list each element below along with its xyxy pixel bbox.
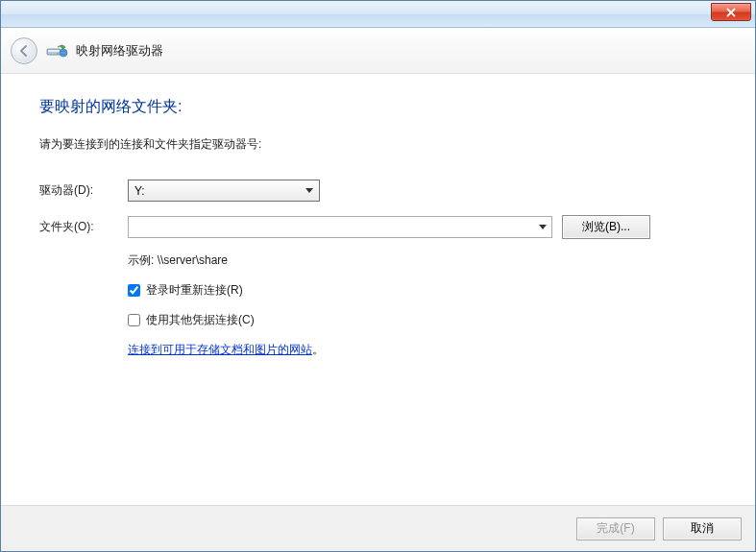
folder-row: 文件夹(O): 浏览(B)... <box>39 215 717 239</box>
footer: 完成(F) 取消 <box>1 505 755 551</box>
titlebar <box>1 1 755 28</box>
chevron-down-icon <box>305 188 313 193</box>
drive-row: 驱动器(D): Y: <box>39 180 717 202</box>
folder-combobox[interactable] <box>128 216 552 238</box>
close-icon <box>726 8 736 17</box>
finish-button[interactable]: 完成(F) <box>576 517 655 540</box>
main-heading: 要映射的网络文件夹: <box>39 97 717 117</box>
reconnect-checkbox[interactable] <box>128 284 140 297</box>
header-title: 映射网络驱动器 <box>76 42 163 60</box>
close-button[interactable] <box>711 3 751 21</box>
drive-select-value: Y: <box>134 184 145 198</box>
reconnect-checkbox-row: 登录时重新连接(R) <box>128 282 717 299</box>
content-area: 要映射的网络文件夹: 请为要连接到的连接和文件夹指定驱动器号: 驱动器(D): … <box>1 74 755 505</box>
folder-input[interactable] <box>129 217 534 237</box>
back-arrow-icon <box>17 44 31 58</box>
drive-select[interactable]: Y: <box>128 180 320 202</box>
chevron-down-icon <box>539 225 547 229</box>
connect-website-link[interactable]: 连接到可用于存储文档和图片的网站 <box>128 343 312 356</box>
cancel-button[interactable]: 取消 <box>663 517 742 540</box>
folder-label: 文件夹(O): <box>39 219 128 235</box>
reconnect-label: 登录时重新连接(R) <box>146 282 243 299</box>
link-suffix: 。 <box>312 343 324 356</box>
browse-button[interactable]: 浏览(B)... <box>562 215 650 239</box>
svg-rect-1 <box>48 50 60 52</box>
network-drive-icon <box>45 39 68 62</box>
svg-point-3 <box>60 49 67 57</box>
credentials-checkbox[interactable] <box>128 314 140 326</box>
wizard-header: 映射网络驱动器 <box>1 28 755 74</box>
options-block: 示例: \\server\share 登录时重新连接(R) 使用其他凭据连接(C… <box>128 252 717 358</box>
credentials-checkbox-row: 使用其他凭据连接(C) <box>128 312 717 328</box>
svg-point-2 <box>57 53 59 55</box>
drive-label: 驱动器(D): <box>39 182 128 199</box>
example-text: 示例: \\server\share <box>128 252 717 269</box>
map-network-drive-dialog: 映射网络驱动器 要映射的网络文件夹: 请为要连接到的连接和文件夹指定驱动器号: … <box>0 0 756 552</box>
website-link-row: 连接到可用于存储文档和图片的网站。 <box>128 342 717 358</box>
instruction-text: 请为要连接到的连接和文件夹指定驱动器号: <box>39 136 717 153</box>
folder-dropdown-button[interactable] <box>534 217 551 237</box>
back-button[interactable] <box>11 37 37 64</box>
credentials-label: 使用其他凭据连接(C) <box>146 312 255 328</box>
